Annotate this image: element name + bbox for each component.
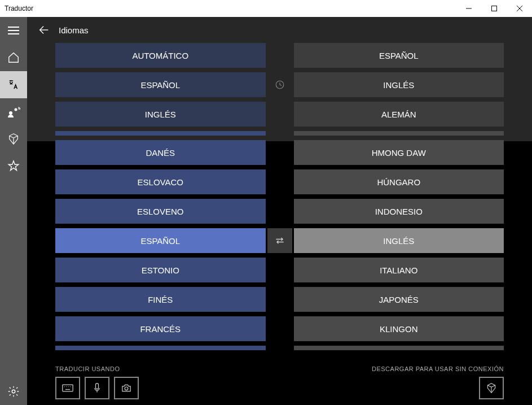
target-lang-item-partial[interactable]	[294, 346, 504, 350]
source-lang-recent[interactable]: ESPAÑOL	[55, 72, 266, 97]
source-language-column: AUTOMÁTICO ESPAÑOL INGLÉS DANÉS ESLOVACO…	[55, 43, 266, 360]
svg-point-21	[125, 387, 128, 390]
source-lang-item-selected[interactable]: ESPAÑOL	[55, 228, 266, 253]
target-lang-item-partial[interactable]	[294, 131, 504, 136]
target-lang-item[interactable]: ITALIANO	[294, 258, 504, 282]
keyboard-input-button[interactable]	[55, 377, 80, 399]
target-lang-recent[interactable]: ESPAÑOL	[294, 43, 504, 68]
source-lang-item-partial[interactable]	[55, 346, 266, 350]
source-lang-auto[interactable]: AUTOMÁTICO	[55, 43, 266, 68]
home-icon[interactable]	[0, 44, 27, 71]
source-lang-item[interactable]: FINÉS	[55, 287, 266, 312]
window-title: Traductor	[5, 5, 33, 12]
settings-icon[interactable]	[0, 378, 27, 405]
source-lang-item[interactable]: FRANCÉS	[55, 316, 266, 341]
download-pack-button[interactable]	[479, 377, 504, 399]
svg-rect-20	[96, 384, 99, 389]
svg-point-7	[9, 111, 12, 115]
source-lang-item[interactable]: DANÉS	[55, 140, 266, 165]
download-offline-label: DESCARGAR PARA USAR SIN CONEXIÓN	[372, 365, 504, 372]
target-lang-item[interactable]: HÚNGARO	[294, 169, 504, 194]
source-lang-item[interactable]: ESLOVENO	[55, 199, 266, 224]
target-lang-item-selected[interactable]: INGLÉS	[294, 228, 504, 253]
target-lang-item[interactable]: JAPONÉS	[294, 287, 504, 312]
target-lang-recent[interactable]: INGLÉS	[294, 72, 504, 97]
target-lang-item[interactable]: INDONESIO	[294, 199, 504, 224]
source-lang-item[interactable]: ESLOVACO	[55, 169, 266, 194]
center-column	[266, 43, 294, 360]
voice-input-button[interactable]	[85, 377, 109, 399]
conversation-icon[interactable]	[0, 98, 27, 125]
translate-using-label: TRADUCIR USANDO	[55, 365, 139, 372]
phrasebook-icon[interactable]	[0, 125, 27, 153]
svg-rect-1	[491, 6, 496, 11]
translate-icon[interactable]	[0, 71, 27, 98]
close-button[interactable]	[507, 0, 532, 17]
target-lang-item[interactable]: HMONG DAW	[294, 140, 504, 165]
header: Idiomas	[27, 17, 532, 43]
camera-input-button[interactable]	[114, 377, 139, 399]
source-lang-recent[interactable]: INGLÉS	[55, 102, 266, 127]
minimize-button[interactable]	[456, 0, 481, 17]
sidebar	[0, 17, 27, 405]
target-lang-recent[interactable]: ALEMÁN	[294, 102, 504, 127]
svg-rect-14	[63, 385, 73, 391]
source-lang-item[interactable]: ESTONIO	[55, 258, 266, 282]
target-language-column: ESPAÑOL INGLÉS ALEMÁN HMONG DAW HÚNGARO …	[294, 43, 504, 360]
maximize-button[interactable]	[481, 0, 507, 17]
svg-point-8	[15, 108, 17, 111]
target-lang-item[interactable]: KLINGON	[294, 316, 504, 341]
page-title: Idiomas	[59, 25, 89, 35]
history-icon	[271, 72, 288, 97]
source-lang-item-partial[interactable]	[55, 131, 266, 136]
titlebar: Traductor	[0, 0, 532, 17]
svg-point-9	[12, 390, 15, 393]
footer: TRADUCIR USANDO DESCARGAR PARA USAR SIN …	[27, 360, 532, 405]
hamburger-icon[interactable]	[0, 17, 27, 44]
back-button[interactable]	[33, 19, 55, 41]
swap-languages-button[interactable]	[267, 228, 292, 253]
favorites-icon[interactable]	[0, 153, 27, 180]
